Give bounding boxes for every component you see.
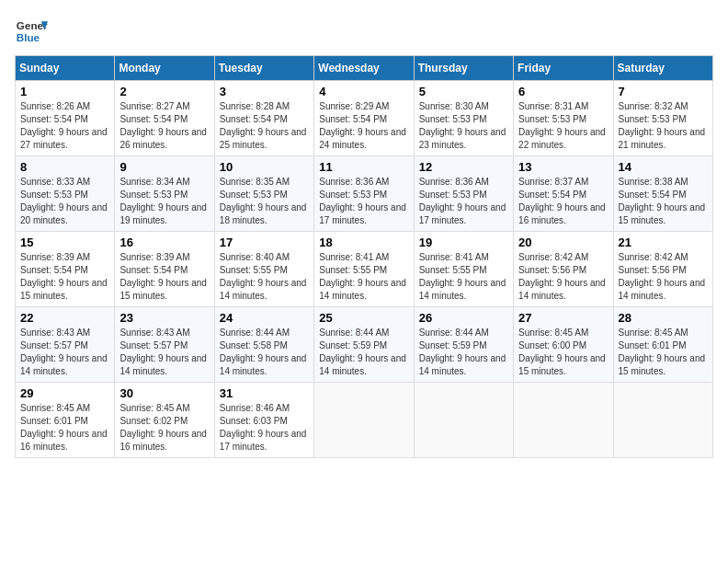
day-number: 16 bbox=[119, 236, 209, 249]
calendar-cell: 6 Sunrise: 8:31 AMSunset: 5:53 PMDayligh… bbox=[514, 81, 613, 156]
calendar-cell: 13 Sunrise: 8:37 AMSunset: 5:54 PMDaylig… bbox=[514, 156, 613, 232]
day-number: 4 bbox=[319, 85, 408, 98]
day-number: 30 bbox=[119, 386, 209, 400]
calendar-cell: 21 Sunrise: 8:42 AMSunset: 5:56 PMDaylig… bbox=[613, 232, 712, 307]
day-info: Sunrise: 8:43 AMSunset: 5:57 PMDaylight:… bbox=[20, 327, 108, 376]
calendar-cell: 27 Sunrise: 8:45 AMSunset: 6:00 PMDaylig… bbox=[514, 307, 613, 383]
calendar-week-row: 22 Sunrise: 8:43 AMSunset: 5:57 PMDaylig… bbox=[16, 307, 713, 383]
day-info: Sunrise: 8:44 AMSunset: 5:59 PMDaylight:… bbox=[419, 327, 506, 376]
day-info: Sunrise: 8:41 AMSunset: 5:55 PMDaylight:… bbox=[319, 252, 406, 301]
day-info: Sunrise: 8:28 AMSunset: 5:54 PMDaylight:… bbox=[220, 101, 307, 150]
calendar-cell: 5 Sunrise: 8:30 AMSunset: 5:53 PMDayligh… bbox=[414, 81, 513, 156]
weekday-header-friday: Friday bbox=[514, 56, 613, 81]
logo: General Blue bbox=[15, 15, 48, 48]
calendar-cell: 2 Sunrise: 8:27 AMSunset: 5:54 PMDayligh… bbox=[115, 81, 214, 156]
day-info: Sunrise: 8:33 AMSunset: 5:53 PMDaylight:… bbox=[20, 177, 108, 225]
day-number: 23 bbox=[119, 311, 209, 325]
day-number: 15 bbox=[20, 236, 109, 249]
calendar-cell: 18 Sunrise: 8:41 AMSunset: 5:55 PMDaylig… bbox=[314, 232, 414, 307]
calendar-cell: 23 Sunrise: 8:43 AMSunset: 5:57 PMDaylig… bbox=[115, 307, 214, 383]
day-info: Sunrise: 8:39 AMSunset: 5:54 PMDaylight:… bbox=[119, 252, 207, 301]
day-number: 31 bbox=[220, 386, 309, 400]
day-number: 13 bbox=[518, 160, 608, 174]
day-number: 12 bbox=[419, 160, 508, 174]
day-number: 14 bbox=[619, 160, 708, 174]
day-info: Sunrise: 8:32 AMSunset: 5:53 PMDaylight:… bbox=[619, 101, 706, 150]
day-info: Sunrise: 8:35 AMSunset: 5:53 PMDaylight:… bbox=[220, 177, 307, 225]
calendar-cell: 24 Sunrise: 8:44 AMSunset: 5:58 PMDaylig… bbox=[214, 307, 313, 383]
weekday-header-wednesday: Wednesday bbox=[314, 56, 414, 81]
day-info: Sunrise: 8:43 AMSunset: 5:57 PMDaylight:… bbox=[119, 327, 207, 376]
calendar-cell: 29 Sunrise: 8:45 AMSunset: 6:01 PMDaylig… bbox=[16, 383, 115, 458]
day-number: 27 bbox=[518, 311, 608, 325]
calendar-cell: 26 Sunrise: 8:44 AMSunset: 5:59 PMDaylig… bbox=[414, 307, 513, 383]
day-number: 24 bbox=[220, 311, 309, 325]
calendar-table: SundayMondayTuesdayWednesdayThursdayFrid… bbox=[15, 55, 713, 458]
calendar-cell: 3 Sunrise: 8:28 AMSunset: 5:54 PMDayligh… bbox=[214, 81, 313, 156]
day-info: Sunrise: 8:40 AMSunset: 5:55 PMDaylight:… bbox=[220, 252, 307, 301]
calendar-cell: 30 Sunrise: 8:45 AMSunset: 6:02 PMDaylig… bbox=[115, 383, 214, 458]
day-info: Sunrise: 8:29 AMSunset: 5:54 PMDaylight:… bbox=[319, 101, 406, 150]
calendar-cell bbox=[314, 383, 414, 458]
calendar-cell: 25 Sunrise: 8:44 AMSunset: 5:59 PMDaylig… bbox=[314, 307, 414, 383]
day-info: Sunrise: 8:46 AMSunset: 6:03 PMDaylight:… bbox=[220, 403, 307, 452]
day-number: 20 bbox=[518, 236, 608, 249]
weekday-header-thursday: Thursday bbox=[414, 56, 513, 81]
weekday-header-tuesday: Tuesday bbox=[214, 56, 313, 81]
day-number: 29 bbox=[20, 386, 109, 400]
calendar-cell: 4 Sunrise: 8:29 AMSunset: 5:54 PMDayligh… bbox=[314, 81, 414, 156]
svg-text:Blue: Blue bbox=[17, 31, 40, 43]
day-number: 25 bbox=[319, 311, 408, 325]
day-number: 21 bbox=[619, 236, 708, 249]
calendar-cell: 28 Sunrise: 8:45 AMSunset: 6:01 PMDaylig… bbox=[613, 307, 712, 383]
page-header: General Blue bbox=[15, 15, 713, 48]
day-info: Sunrise: 8:36 AMSunset: 5:53 PMDaylight:… bbox=[419, 177, 506, 225]
calendar-week-row: 1 Sunrise: 8:26 AMSunset: 5:54 PMDayligh… bbox=[16, 81, 713, 156]
day-info: Sunrise: 8:44 AMSunset: 5:59 PMDaylight:… bbox=[319, 327, 406, 376]
calendar-cell bbox=[414, 383, 513, 458]
day-info: Sunrise: 8:45 AMSunset: 6:01 PMDaylight:… bbox=[619, 327, 706, 376]
calendar-cell: 12 Sunrise: 8:36 AMSunset: 5:53 PMDaylig… bbox=[414, 156, 513, 232]
calendar-cell: 20 Sunrise: 8:42 AMSunset: 5:56 PMDaylig… bbox=[514, 232, 613, 307]
day-number: 28 bbox=[619, 311, 708, 325]
calendar-cell: 10 Sunrise: 8:35 AMSunset: 5:53 PMDaylig… bbox=[214, 156, 313, 232]
logo-icon: General Blue bbox=[15, 15, 48, 48]
calendar-cell: 15 Sunrise: 8:39 AMSunset: 5:54 PMDaylig… bbox=[16, 232, 115, 307]
calendar-cell bbox=[514, 383, 613, 458]
calendar-cell: 9 Sunrise: 8:34 AMSunset: 5:53 PMDayligh… bbox=[115, 156, 214, 232]
day-number: 9 bbox=[119, 160, 209, 174]
calendar-cell bbox=[613, 383, 712, 458]
day-info: Sunrise: 8:42 AMSunset: 5:56 PMDaylight:… bbox=[619, 252, 706, 301]
day-number: 2 bbox=[119, 85, 209, 98]
calendar-cell: 8 Sunrise: 8:33 AMSunset: 5:53 PMDayligh… bbox=[16, 156, 115, 232]
day-info: Sunrise: 8:41 AMSunset: 5:55 PMDaylight:… bbox=[419, 252, 506, 301]
day-info: Sunrise: 8:37 AMSunset: 5:54 PMDaylight:… bbox=[518, 177, 606, 225]
day-info: Sunrise: 8:38 AMSunset: 5:54 PMDaylight:… bbox=[619, 177, 706, 225]
calendar-cell: 17 Sunrise: 8:40 AMSunset: 5:55 PMDaylig… bbox=[214, 232, 313, 307]
day-number: 3 bbox=[220, 85, 309, 98]
day-number: 10 bbox=[220, 160, 309, 174]
day-number: 11 bbox=[319, 160, 408, 174]
calendar-cell: 14 Sunrise: 8:38 AMSunset: 5:54 PMDaylig… bbox=[613, 156, 712, 232]
calendar-cell: 31 Sunrise: 8:46 AMSunset: 6:03 PMDaylig… bbox=[214, 383, 313, 458]
day-number: 26 bbox=[419, 311, 508, 325]
weekday-header-monday: Monday bbox=[115, 56, 214, 81]
day-number: 19 bbox=[419, 236, 508, 249]
day-number: 17 bbox=[220, 236, 309, 249]
day-number: 7 bbox=[619, 85, 708, 98]
weekday-header-sunday: Sunday bbox=[16, 56, 115, 81]
calendar-week-row: 15 Sunrise: 8:39 AMSunset: 5:54 PMDaylig… bbox=[16, 232, 713, 307]
day-info: Sunrise: 8:27 AMSunset: 5:54 PMDaylight:… bbox=[119, 101, 207, 150]
day-info: Sunrise: 8:39 AMSunset: 5:54 PMDaylight:… bbox=[20, 252, 108, 301]
day-info: Sunrise: 8:45 AMSunset: 6:00 PMDaylight:… bbox=[518, 327, 606, 376]
day-info: Sunrise: 8:34 AMSunset: 5:53 PMDaylight:… bbox=[119, 177, 207, 225]
calendar-cell: 16 Sunrise: 8:39 AMSunset: 5:54 PMDaylig… bbox=[115, 232, 214, 307]
weekday-header-saturday: Saturday bbox=[613, 56, 712, 81]
day-info: Sunrise: 8:45 AMSunset: 6:01 PMDaylight:… bbox=[20, 403, 108, 452]
day-number: 8 bbox=[20, 160, 109, 174]
calendar-cell: 19 Sunrise: 8:41 AMSunset: 5:55 PMDaylig… bbox=[414, 232, 513, 307]
calendar-cell: 11 Sunrise: 8:36 AMSunset: 5:53 PMDaylig… bbox=[314, 156, 414, 232]
day-number: 1 bbox=[20, 85, 109, 98]
calendar-header-row: SundayMondayTuesdayWednesdayThursdayFrid… bbox=[16, 56, 713, 81]
day-info: Sunrise: 8:36 AMSunset: 5:53 PMDaylight:… bbox=[319, 177, 406, 225]
